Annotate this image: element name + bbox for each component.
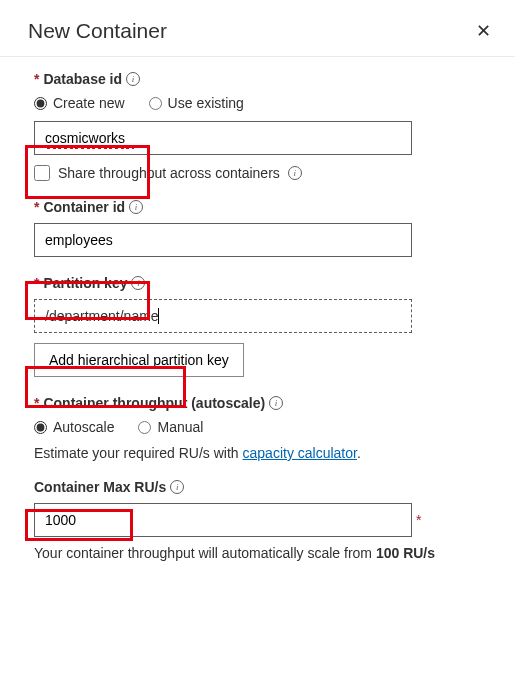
footer-pre: Your container throughput will automatic… [34, 545, 376, 561]
text-caret [158, 308, 159, 324]
info-icon[interactable]: i [288, 166, 302, 180]
share-throughput-label: Share throughput across containers [58, 165, 280, 181]
capacity-calculator-link[interactable]: capacity calculator [243, 445, 357, 461]
container-id-group: * Container id i [28, 199, 487, 257]
container-id-label: Container id [43, 199, 125, 215]
database-id-input[interactable] [34, 121, 412, 155]
manual-radio-input[interactable] [138, 421, 151, 434]
database-mode-radio-group: Create new Use existing [34, 95, 487, 111]
required-star: * [34, 71, 39, 87]
throughput-group: * Container throughput (autoscale) i Aut… [28, 395, 487, 461]
required-star: * [34, 395, 39, 411]
max-ru-label: Container Max RU/s [34, 479, 166, 495]
partition-key-input[interactable]: /department/name [34, 299, 412, 333]
required-star: * [34, 199, 39, 215]
partition-key-group: * Partition key i /department/name Add h… [28, 275, 487, 377]
use-existing-radio[interactable]: Use existing [149, 95, 244, 111]
spellcheck-squiggle [44, 146, 134, 149]
create-new-label: Create new [53, 95, 125, 111]
add-hierarchical-key-button[interactable]: Add hierarchical partition key [34, 343, 244, 377]
footer-bold: 100 RU/s [376, 545, 435, 561]
panel-header: New Container ✕ [0, 16, 515, 57]
partition-key-value: /department/name [45, 308, 159, 324]
autoscale-radio-input[interactable] [34, 421, 47, 434]
info-icon[interactable]: i [131, 276, 145, 290]
create-new-radio[interactable]: Create new [34, 95, 125, 111]
container-id-input[interactable] [34, 223, 412, 257]
use-existing-label: Use existing [168, 95, 244, 111]
share-throughput-checkbox[interactable] [34, 165, 50, 181]
create-new-radio-input[interactable] [34, 97, 47, 110]
database-id-label: Database id [43, 71, 122, 87]
scale-footer-note: Your container throughput will automatic… [34, 545, 487, 561]
page-title: New Container [28, 19, 167, 43]
use-existing-radio-input[interactable] [149, 97, 162, 110]
capacity-hint: Estimate your required RU/s with capacit… [34, 445, 487, 461]
required-star: * [34, 275, 39, 291]
database-id-group: * Database id i Create new Use existing … [28, 71, 487, 181]
max-ru-group: Container Max RU/s i * Your container th… [28, 479, 487, 561]
partition-key-label: Partition key [43, 275, 127, 291]
info-icon[interactable]: i [129, 200, 143, 214]
hint-pre: Estimate your required RU/s with [34, 445, 243, 461]
new-container-panel: New Container ✕ * Database id i Create n… [0, 0, 515, 575]
autoscale-radio[interactable]: Autoscale [34, 419, 114, 435]
throughput-label: Container throughput (autoscale) [43, 395, 265, 411]
manual-radio[interactable]: Manual [138, 419, 203, 435]
max-ru-input[interactable] [34, 503, 412, 537]
info-icon[interactable]: i [170, 480, 184, 494]
hint-post: . [357, 445, 361, 461]
info-icon[interactable]: i [269, 396, 283, 410]
close-icon[interactable]: ✕ [472, 16, 495, 46]
info-icon[interactable]: i [126, 72, 140, 86]
throughput-mode-radio-group: Autoscale Manual [34, 419, 487, 435]
required-star: * [416, 512, 421, 528]
manual-label: Manual [157, 419, 203, 435]
autoscale-label: Autoscale [53, 419, 114, 435]
